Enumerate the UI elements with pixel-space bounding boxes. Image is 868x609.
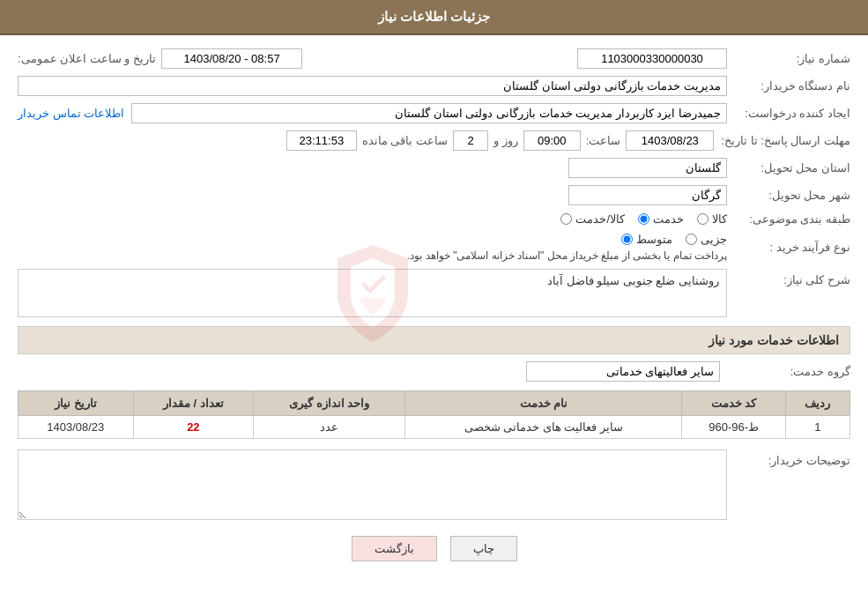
buyer-org-input[interactable] (18, 76, 727, 96)
need-number-label: شماره نیاز: (727, 52, 850, 65)
buyer-notes-label: توضیحات خریدار: (727, 449, 850, 467)
purchase-motavaset[interactable]: متوسط (621, 233, 672, 246)
deadline-remaining-input[interactable] (286, 130, 357, 151)
category-khedmat-radio[interactable] (638, 213, 649, 225)
announce-date-input[interactable] (161, 48, 302, 69)
purchase-jozi-label: جزیی (701, 233, 727, 246)
city-input[interactable] (568, 185, 727, 205)
print-button[interactable]: چاپ (450, 536, 517, 561)
services-section-title: اطلاعات خدمات مورد نیاز (18, 326, 850, 354)
cell-code: ط-96-960 (682, 416, 785, 439)
back-button[interactable]: بازگشت (352, 536, 437, 561)
deadline-label: مهلت ارسال پاسخ: تا تاریخ: (714, 134, 850, 147)
table-row: 1 ط-96-960 سایر فعالیت های خدماتی شخصی ع… (19, 416, 850, 439)
category-kala[interactable]: کالا (697, 212, 727, 226)
page-header: جزئیات اطلاعات نیاز (0, 0, 868, 35)
purchase-type-note: پرداخت تمام یا بخشی از مبلغ خریداز محل "… (407, 249, 727, 262)
cell-name: سایر فعالیت های خدماتی شخصی (405, 416, 682, 439)
creator-label: ایجاد کننده درخواست: (727, 107, 850, 120)
deadline-days-input[interactable] (453, 130, 488, 151)
category-label: طبقه بندی موضوعی: (727, 212, 850, 226)
deadline-date-input[interactable] (626, 130, 714, 151)
deadline-time-label: ساعت: (586, 134, 621, 147)
category-kala-khedmat-label: کالا/خدمت (575, 212, 625, 226)
category-kala-radio[interactable] (697, 213, 708, 225)
category-kala-khedmat[interactable]: کالا/خدمت (560, 212, 625, 226)
cell-unit: عدد (254, 416, 405, 439)
col-date: تاریخ نیاز (19, 391, 134, 416)
buyer-org-label: نام دستگاه خریدار: (727, 79, 850, 93)
purchase-jozi-radio[interactable] (686, 234, 697, 245)
cell-qty: 22 (133, 416, 254, 439)
cell-row: 1 (785, 416, 849, 439)
need-number-input[interactable] (577, 48, 727, 69)
purchase-motavaset-radio[interactable] (621, 234, 633, 245)
purchase-type-label: نوع فرآیند خرید : (727, 241, 850, 254)
province-label: استان محل تحویل: (727, 161, 850, 175)
category-khedmat-label: خدمت (653, 212, 684, 226)
buyer-notes-textarea[interactable] (18, 449, 727, 520)
col-code: کد خدمت (682, 391, 785, 416)
city-label: شهر محل تحویل: (727, 189, 850, 202)
creator-input[interactable] (131, 103, 727, 123)
col-row: ردیف (785, 391, 849, 416)
col-name: نام خدمت (405, 391, 682, 416)
deadline-days-label: روز و (493, 134, 518, 147)
services-table: ردیف کد خدمت نام خدمت واحد اندازه گیری ت… (18, 390, 850, 439)
category-kala-label: کالا (712, 212, 727, 226)
announce-date-label: تاریخ و ساعت اعلان عمومی: (18, 52, 156, 65)
deadline-time-input[interactable] (523, 130, 581, 151)
deadline-remaining-label: ساعت باقی مانده (362, 134, 448, 147)
col-unit: واحد اندازه گیری (254, 391, 405, 416)
province-input[interactable] (568, 158, 727, 178)
cell-date: 1403/08/23 (19, 416, 134, 439)
contact-link[interactable]: اطلاعات تماس خریدار (18, 107, 124, 120)
service-group-input[interactable] (526, 361, 720, 382)
category-kala-khedmat-radio[interactable] (560, 213, 572, 225)
purchase-motavaset-label: متوسط (636, 233, 672, 246)
page-title: جزئیات اطلاعات نیاز (378, 9, 490, 24)
service-group-label: گروه خدمت: (727, 365, 850, 378)
description-label: شرح کلی نیاز: (727, 269, 850, 286)
col-qty: تعداد / مقدار (133, 391, 254, 416)
description-area: روشنایی ضلع جنوبی سیلو فاضل آباد (18, 269, 727, 317)
category-khedmat[interactable]: خدمت (638, 212, 684, 226)
purchase-jozi[interactable]: جزیی (686, 233, 727, 246)
description-text: روشنایی ضلع جنوبی سیلو فاضل آباد (26, 274, 719, 287)
